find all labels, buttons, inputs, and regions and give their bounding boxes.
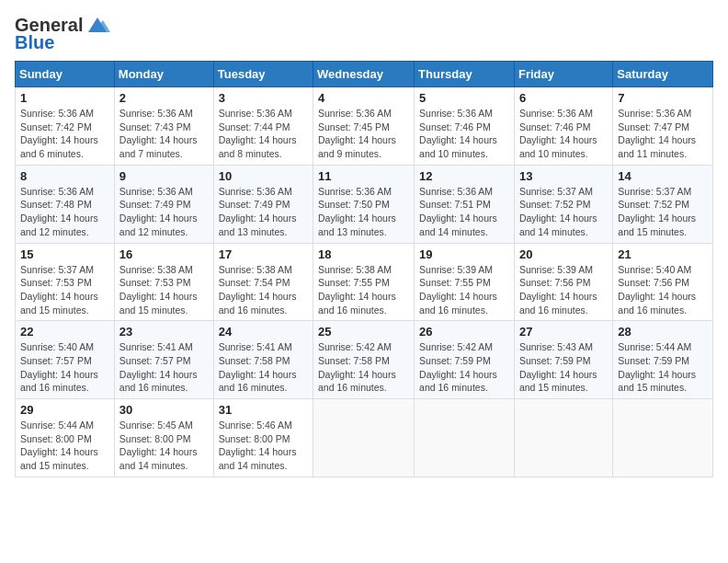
calendar-cell xyxy=(313,399,415,477)
day-info: Sunrise: 5:44 AMSunset: 7:59 PMDaylight:… xyxy=(618,340,708,395)
day-header-sunday: Sunday xyxy=(16,62,115,87)
calendar-cell: 26Sunrise: 5:42 AMSunset: 7:59 PMDayligh… xyxy=(415,321,515,399)
day-number: 19 xyxy=(419,247,509,261)
day-info: Sunrise: 5:38 AMSunset: 7:53 PMDaylight:… xyxy=(119,263,209,317)
day-number: 11 xyxy=(318,169,409,183)
day-info: Sunrise: 5:36 AMSunset: 7:46 PMDaylight:… xyxy=(419,107,509,161)
calendar-cell xyxy=(613,399,713,477)
calendar-cell: 28Sunrise: 5:44 AMSunset: 7:59 PMDayligh… xyxy=(613,321,713,399)
day-info: Sunrise: 5:38 AMSunset: 7:54 PMDaylight:… xyxy=(219,263,308,317)
day-info: Sunrise: 5:36 AMSunset: 7:50 PMDaylight:… xyxy=(318,185,409,239)
day-number: 7 xyxy=(618,91,708,105)
day-number: 17 xyxy=(219,247,308,261)
calendar-cell: 21Sunrise: 5:40 AMSunset: 7:56 PMDayligh… xyxy=(613,243,713,321)
day-info: Sunrise: 5:40 AMSunset: 7:57 PMDaylight:… xyxy=(20,340,109,395)
day-number: 14 xyxy=(618,169,708,183)
calendar-cell: 29Sunrise: 5:44 AMSunset: 8:00 PMDayligh… xyxy=(16,399,115,477)
day-info: Sunrise: 5:41 AMSunset: 7:58 PMDaylight:… xyxy=(219,340,308,395)
calendar-header-row: SundayMondayTuesdayWednesdayThursdayFrid… xyxy=(16,62,713,87)
calendar-cell: 19Sunrise: 5:39 AMSunset: 7:55 PMDayligh… xyxy=(415,243,515,321)
day-info: Sunrise: 5:36 AMSunset: 7:42 PMDaylight:… xyxy=(20,107,109,161)
calendar-cell: 24Sunrise: 5:41 AMSunset: 7:58 PMDayligh… xyxy=(213,321,313,399)
day-number: 8 xyxy=(20,169,109,183)
calendar-cell: 14Sunrise: 5:37 AMSunset: 7:52 PMDayligh… xyxy=(613,165,713,243)
day-number: 20 xyxy=(519,247,608,261)
calendar-cell: 16Sunrise: 5:38 AMSunset: 7:53 PMDayligh… xyxy=(114,243,213,321)
day-number: 4 xyxy=(318,91,409,105)
day-info: Sunrise: 5:36 AMSunset: 7:47 PMDaylight:… xyxy=(618,107,708,161)
day-number: 3 xyxy=(219,91,308,105)
calendar-cell: 18Sunrise: 5:38 AMSunset: 7:55 PMDayligh… xyxy=(313,243,415,321)
day-number: 25 xyxy=(318,325,409,339)
day-info: Sunrise: 5:36 AMSunset: 7:49 PMDaylight:… xyxy=(219,185,308,239)
calendar-cell: 22Sunrise: 5:40 AMSunset: 7:57 PMDayligh… xyxy=(16,321,115,399)
calendar-week-row: 1Sunrise: 5:36 AMSunset: 7:42 PMDaylight… xyxy=(16,87,713,166)
calendar-cell: 25Sunrise: 5:42 AMSunset: 7:58 PMDayligh… xyxy=(313,321,415,399)
calendar-cell: 10Sunrise: 5:36 AMSunset: 7:49 PMDayligh… xyxy=(213,165,313,243)
day-number: 12 xyxy=(419,169,509,183)
page-header: General Blue xyxy=(15,15,713,53)
calendar-week-row: 22Sunrise: 5:40 AMSunset: 7:57 PMDayligh… xyxy=(16,321,713,399)
day-info: Sunrise: 5:36 AMSunset: 7:49 PMDaylight:… xyxy=(119,185,209,239)
day-info: Sunrise: 5:36 AMSunset: 7:46 PMDaylight:… xyxy=(519,107,608,161)
calendar-cell: 9Sunrise: 5:36 AMSunset: 7:49 PMDaylight… xyxy=(114,165,213,243)
calendar-cell: 15Sunrise: 5:37 AMSunset: 7:53 PMDayligh… xyxy=(16,243,115,321)
calendar-cell: 8Sunrise: 5:36 AMSunset: 7:48 PMDaylight… xyxy=(16,165,115,243)
day-number: 24 xyxy=(219,325,308,339)
day-info: Sunrise: 5:44 AMSunset: 8:00 PMDaylight:… xyxy=(20,419,109,473)
calendar-cell: 13Sunrise: 5:37 AMSunset: 7:52 PMDayligh… xyxy=(514,165,612,243)
day-number: 27 xyxy=(519,325,608,339)
day-number: 1 xyxy=(20,91,109,105)
day-number: 21 xyxy=(618,247,708,261)
day-info: Sunrise: 5:40 AMSunset: 7:56 PMDaylight:… xyxy=(618,263,708,317)
day-header-friday: Friday xyxy=(514,62,612,87)
day-info: Sunrise: 5:41 AMSunset: 7:57 PMDaylight:… xyxy=(119,340,209,395)
day-number: 13 xyxy=(519,169,608,183)
calendar-cell: 5Sunrise: 5:36 AMSunset: 7:46 PMDaylight… xyxy=(415,87,515,166)
logo-blue-text: Blue xyxy=(15,32,54,53)
day-number: 10 xyxy=(219,169,308,183)
day-number: 15 xyxy=(20,247,109,261)
day-header-tuesday: Tuesday xyxy=(213,62,313,87)
calendar-cell: 17Sunrise: 5:38 AMSunset: 7:54 PMDayligh… xyxy=(213,243,313,321)
day-info: Sunrise: 5:45 AMSunset: 8:00 PMDaylight:… xyxy=(119,419,209,473)
day-number: 9 xyxy=(119,169,209,183)
day-number: 22 xyxy=(20,325,109,339)
day-info: Sunrise: 5:37 AMSunset: 7:52 PMDaylight:… xyxy=(618,185,708,239)
calendar-cell: 2Sunrise: 5:36 AMSunset: 7:43 PMDaylight… xyxy=(114,87,213,166)
calendar-cell: 1Sunrise: 5:36 AMSunset: 7:42 PMDaylight… xyxy=(16,87,115,166)
day-header-thursday: Thursday xyxy=(415,62,515,87)
calendar-cell: 7Sunrise: 5:36 AMSunset: 7:47 PMDaylight… xyxy=(613,87,713,166)
calendar-week-row: 8Sunrise: 5:36 AMSunset: 7:48 PMDaylight… xyxy=(16,165,713,243)
day-number: 18 xyxy=(318,247,409,261)
calendar-cell: 31Sunrise: 5:46 AMSunset: 8:00 PMDayligh… xyxy=(213,399,313,477)
day-number: 23 xyxy=(119,325,209,339)
day-number: 28 xyxy=(618,325,708,339)
day-number: 16 xyxy=(119,247,209,261)
day-info: Sunrise: 5:36 AMSunset: 7:45 PMDaylight:… xyxy=(318,107,409,161)
day-info: Sunrise: 5:39 AMSunset: 7:56 PMDaylight:… xyxy=(519,263,608,317)
day-number: 31 xyxy=(219,403,308,417)
day-info: Sunrise: 5:42 AMSunset: 7:58 PMDaylight:… xyxy=(318,340,409,395)
day-info: Sunrise: 5:36 AMSunset: 7:43 PMDaylight:… xyxy=(119,107,209,161)
day-info: Sunrise: 5:42 AMSunset: 7:59 PMDaylight:… xyxy=(419,340,509,395)
day-number: 6 xyxy=(519,91,608,105)
day-info: Sunrise: 5:39 AMSunset: 7:55 PMDaylight:… xyxy=(419,263,509,317)
calendar-cell xyxy=(415,399,515,477)
day-number: 2 xyxy=(119,91,209,105)
day-info: Sunrise: 5:38 AMSunset: 7:55 PMDaylight:… xyxy=(318,263,409,317)
calendar-cell: 3Sunrise: 5:36 AMSunset: 7:44 PMDaylight… xyxy=(213,87,313,166)
day-number: 5 xyxy=(419,91,509,105)
calendar-cell: 27Sunrise: 5:43 AMSunset: 7:59 PMDayligh… xyxy=(514,321,612,399)
logo: General Blue xyxy=(15,15,110,53)
day-header-saturday: Saturday xyxy=(613,62,713,87)
day-header-monday: Monday xyxy=(114,62,213,87)
calendar-week-row: 29Sunrise: 5:44 AMSunset: 8:00 PMDayligh… xyxy=(16,399,713,477)
day-number: 30 xyxy=(119,403,209,417)
day-info: Sunrise: 5:36 AMSunset: 7:48 PMDaylight:… xyxy=(20,185,109,239)
calendar-cell: 30Sunrise: 5:45 AMSunset: 8:00 PMDayligh… xyxy=(114,399,213,477)
day-info: Sunrise: 5:46 AMSunset: 8:00 PMDaylight:… xyxy=(219,419,308,473)
calendar-table: SundayMondayTuesdayWednesdayThursdayFrid… xyxy=(15,61,713,477)
day-header-wednesday: Wednesday xyxy=(313,62,415,87)
calendar-cell: 11Sunrise: 5:36 AMSunset: 7:50 PMDayligh… xyxy=(313,165,415,243)
